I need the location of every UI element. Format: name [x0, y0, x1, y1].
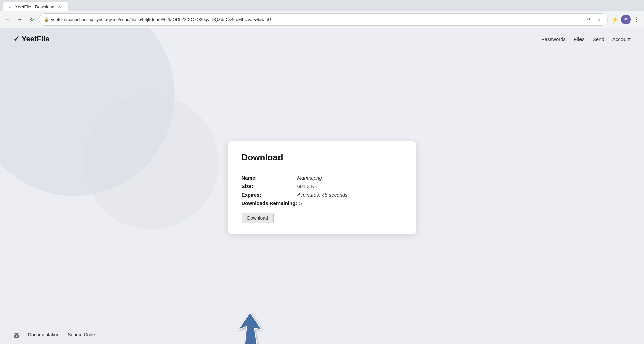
expires-label: Expires: — [242, 192, 295, 198]
tab-favicon: ✓ — [8, 4, 13, 9]
downloads-remaining-label: Downloads Remaining: — [242, 200, 297, 206]
omnibar: ← → ↻ 🔒 yeetfile.mariushosting.synology.… — [0, 11, 644, 28]
card-wrapper: Download Name: Marius.png Size: 601.3 KB… — [228, 141, 416, 234]
url-bar[interactable]: 🔒 yeetfile.mariushosting.synology.me/sen… — [39, 13, 608, 26]
logo-icon: ✓ — [13, 35, 19, 43]
file-size-row: Size: 601.3 KB — [242, 183, 403, 189]
logo[interactable]: ✓ YeetFile — [13, 35, 49, 43]
main-content: Download Name: Marius.png Size: 601.3 KB… — [0, 50, 644, 325]
footer-logo-icon: ▩ — [13, 331, 20, 339]
nav-links: Passwords Files Send Account — [541, 36, 631, 42]
browser-actions: ⚡ M ⋮ — [610, 15, 641, 24]
size-label: Size: — [242, 183, 295, 189]
eyedropper-icon[interactable]: 👁 — [585, 15, 593, 24]
expires-value: 4 minutes, 45 seconds — [297, 192, 348, 198]
nav-account[interactable]: Account — [612, 36, 631, 42]
forward-button[interactable]: → — [15, 15, 24, 24]
footer: ▩ Documentation Source Code — [0, 325, 644, 344]
navbar: ✓ YeetFile Passwords Files Send Account — [0, 28, 644, 50]
file-info: Name: Marius.png Size: 601.3 KB Expires:… — [242, 175, 403, 206]
downloads-remaining-value: 5 — [299, 200, 302, 206]
menu-button[interactable]: ⋮ — [632, 15, 641, 24]
downloads-remaining-row: Downloads Remaining: 5 — [242, 200, 403, 206]
logo-text: YeetFile — [22, 35, 49, 43]
tab-close-button[interactable]: ✕ — [57, 4, 62, 9]
page-wrapper: ✓ YeetFile Passwords Files Send Account … — [0, 28, 644, 344]
footer-logo: ▩ — [13, 331, 20, 339]
card-divider — [242, 168, 403, 168]
active-tab[interactable]: ✓ YeetFile - Download ✕ — [3, 2, 68, 11]
bookmark-icon[interactable]: ☆ — [595, 15, 603, 24]
nav-passwords[interactable]: Passwords — [541, 36, 566, 42]
download-card: Download Name: Marius.png Size: 601.3 KB… — [228, 141, 416, 234]
back-button[interactable]: ← — [3, 15, 12, 24]
name-label: Name: — [242, 175, 295, 181]
url-actions: 👁 ☆ — [585, 15, 603, 24]
tab-bar: ✓ YeetFile - Download ✕ — [3, 2, 641, 11]
documentation-link[interactable]: Documentation — [28, 332, 59, 337]
extensions-button[interactable]: ⚡ — [610, 15, 620, 24]
profile-button[interactable]: M — [621, 15, 631, 24]
download-button[interactable]: Download — [242, 213, 274, 223]
nav-send[interactable]: Send — [593, 36, 604, 42]
lock-icon: 🔒 — [44, 17, 49, 22]
nav-files[interactable]: Files — [574, 36, 585, 42]
download-title: Download — [242, 152, 403, 163]
name-value: Marius.png — [297, 175, 322, 181]
file-name-row: Name: Marius.png — [242, 175, 403, 181]
tab-title: YeetFile - Download — [15, 4, 54, 9]
url-text: yeetfile.mariushosting.synology.me/send/… — [51, 17, 583, 22]
source-code-link[interactable]: Source Code — [68, 332, 95, 337]
reload-button[interactable]: ↻ — [27, 15, 36, 24]
file-expires-row: Expires: 4 minutes, 45 seconds — [242, 192, 403, 198]
size-value: 601.3 KB — [297, 183, 318, 189]
browser-chrome: ✓ YeetFile - Download ✕ — [0, 0, 644, 11]
